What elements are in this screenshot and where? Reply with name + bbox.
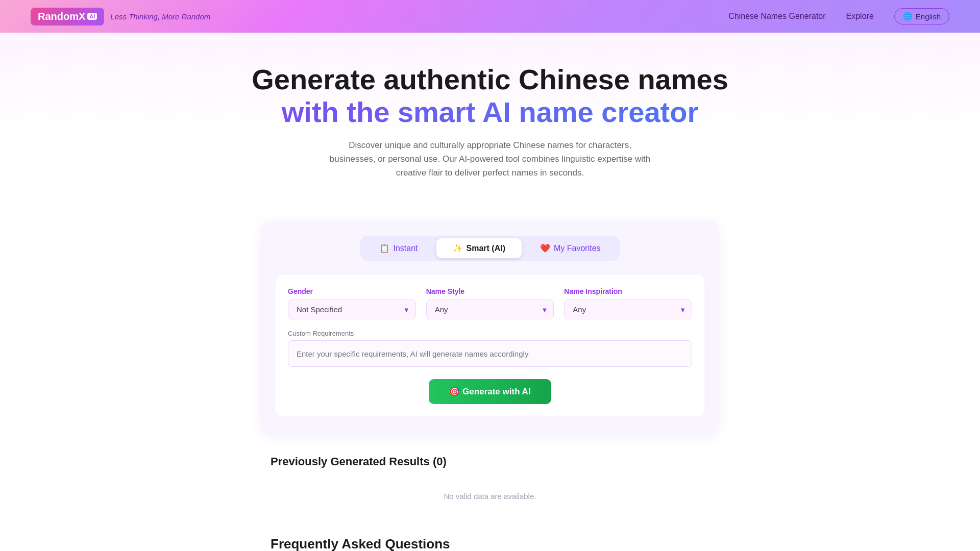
header: RandomX AI Less Thinking, More Random Ch… <box>0 0 980 33</box>
tab-favorites[interactable]: ❤️ My Favorites <box>524 238 617 258</box>
hero-subtitle: Discover unique and culturally appropria… <box>327 138 653 180</box>
form-group-inspiration: Name Inspiration Any Nature Mythology Vi… <box>564 287 692 319</box>
main-card: 📋 Instant ✨ Smart (AI) ❤️ My Favorites G… <box>260 220 720 435</box>
tabs-bar: 📋 Instant ✨ Smart (AI) ❤️ My Favorites <box>360 236 619 261</box>
tab-smart-icon: ✨ <box>453 243 463 253</box>
form-row-dropdowns: Gender Not Specified Male Female ▼ Name … <box>288 287 692 319</box>
custom-req-input[interactable] <box>288 340 692 367</box>
gender-select[interactable]: Not Specified Male Female <box>288 299 416 319</box>
generate-button[interactable]: 🎯 Generate with AI <box>429 379 551 404</box>
generate-icon: 🎯 <box>449 387 460 396</box>
style-select[interactable]: Any Traditional Modern Classical <box>426 299 554 319</box>
nav-explore[interactable]: Explore <box>846 12 874 21</box>
nav-generator[interactable]: Chinese Names Generator <box>728 12 825 21</box>
custom-req-label: Custom Requirements <box>288 330 692 337</box>
tab-smart-ai[interactable]: ✨ Smart (AI) <box>436 238 522 258</box>
logo[interactable]: RandomX AI <box>31 8 104 26</box>
form-group-gender: Gender Not Specified Male Female ▼ <box>288 287 416 319</box>
header-nav: Chinese Names Generator Explore 🌐 Englis… <box>728 8 949 24</box>
gender-label: Gender <box>288 287 416 295</box>
tab-favorites-icon: ❤️ <box>540 243 550 253</box>
hero-title: Generate authentic Chinese names with th… <box>10 63 970 129</box>
tab-instant[interactable]: 📋 Instant <box>363 238 434 258</box>
tab-favorites-label: My Favorites <box>554 244 601 253</box>
inspiration-select-wrapper: Any Nature Mythology Virtue ▼ <box>564 299 692 319</box>
no-data-message: No valid data are available. <box>271 477 709 516</box>
logo-text: RandomX <box>38 11 85 22</box>
custom-req-group: Custom Requirements <box>288 330 692 367</box>
generate-label: Generate with AI <box>462 387 531 396</box>
gender-select-wrapper: Not Specified Male Female ▼ <box>288 299 416 319</box>
faq-title: Frequently Asked Questions <box>271 536 709 551</box>
logo-ai-badge: AI <box>87 13 97 20</box>
results-section: Previously Generated Results (0) No vali… <box>260 455 720 516</box>
language-button[interactable]: 🌐 English <box>894 8 949 24</box>
hero-section: Generate authentic Chinese names with th… <box>0 33 980 200</box>
hero-title-line1: Generate authentic Chinese names <box>10 63 970 96</box>
style-label: Name Style <box>426 287 554 295</box>
tab-smart-label: Smart (AI) <box>467 244 505 253</box>
results-title: Previously Generated Results (0) <box>271 455 709 468</box>
form-area: Gender Not Specified Male Female ▼ Name … <box>276 275 704 416</box>
tab-instant-label: Instant <box>393 244 418 253</box>
language-label: English <box>916 12 941 21</box>
inspiration-select[interactable]: Any Nature Mythology Virtue <box>564 299 692 319</box>
tab-instant-icon: 📋 <box>379 243 389 253</box>
globe-icon: 🌐 <box>903 12 913 21</box>
hero-title-line2: with the smart AI name creator <box>10 96 970 129</box>
faq-section: Frequently Asked Questions 1. How can I … <box>260 536 720 551</box>
header-left: RandomX AI Less Thinking, More Random <box>31 8 210 26</box>
style-select-wrapper: Any Traditional Modern Classical ▼ <box>426 299 554 319</box>
inspiration-label: Name Inspiration <box>564 287 692 295</box>
tagline: Less Thinking, More Random <box>110 12 210 21</box>
form-group-style: Name Style Any Traditional Modern Classi… <box>426 287 554 319</box>
